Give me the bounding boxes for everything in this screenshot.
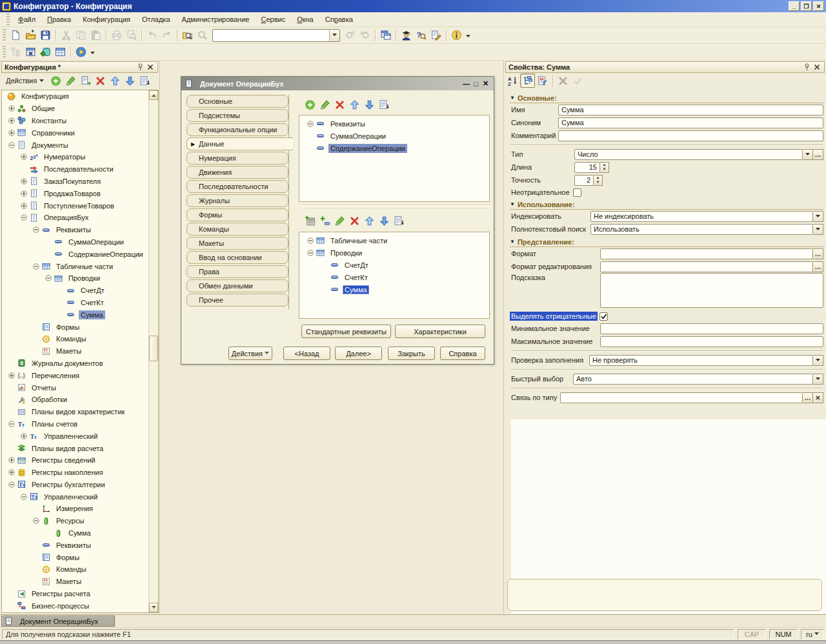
dropdown-icon[interactable]	[813, 224, 823, 235]
tab-команды[interactable]: Команды	[186, 223, 288, 236]
expander-icon[interactable]	[18, 154, 30, 160]
combo-dropdown-icon[interactable]	[329, 30, 339, 41]
tree-item[interactable]: TтУправленческий	[2, 430, 158, 442]
new-document-icon[interactable]	[8, 28, 23, 43]
property-value-field[interactable]	[600, 323, 823, 334]
property-value-field[interactable]: Использовать	[590, 224, 813, 235]
ellipsis-button[interactable]: …	[813, 248, 823, 259]
tab-журналы[interactable]: Журналы	[186, 194, 288, 207]
menu-item-файл[interactable]: Файл	[12, 14, 41, 25]
edit-icon[interactable]	[332, 214, 347, 228]
tree-item[interactable]: Регистры расчета	[2, 588, 158, 600]
close-config-icon[interactable]	[23, 45, 38, 59]
tree-item[interactable]: Реквизиты	[2, 539, 158, 551]
tree-item[interactable]: Реквизиты	[2, 224, 158, 236]
add-attr-icon[interactable]	[317, 214, 332, 228]
property-value-field[interactable]	[600, 261, 813, 272]
characteristics-button[interactable]: Характеристики	[395, 325, 485, 338]
clear-button[interactable]: ✕	[813, 392, 823, 403]
property-value-field[interactable]: Число	[574, 149, 803, 160]
tree-item[interactable]: TтУправленческий	[2, 490, 158, 503]
restore-button[interactable]: ❐	[801, 1, 812, 11]
checkbox[interactable]	[599, 312, 608, 321]
tree-item[interactable]: Обработки	[2, 394, 158, 406]
tree-item[interactable]: Документы	[2, 139, 158, 151]
close-button[interactable]: Закрыть	[388, 347, 435, 360]
dropdown-icon[interactable]	[813, 355, 823, 366]
scroll-up-icon[interactable]	[149, 90, 158, 100]
tree-item[interactable]: Формы	[2, 321, 158, 333]
document-window-titlebar[interactable]: Документ ОперацияБух — □ ✕	[181, 77, 494, 90]
actions-button[interactable]: Действия	[1, 75, 48, 86]
start-debug-icon[interactable]	[74, 45, 88, 59]
mdi-minimize-icon[interactable]: —	[461, 80, 471, 88]
tree-item[interactable]: Ресурсы	[2, 515, 158, 527]
menu-item-окна[interactable]: Окна	[291, 14, 319, 25]
close-button[interactable]: ✕	[813, 1, 824, 11]
menu-item-администрирование[interactable]: Администрирование	[176, 14, 256, 25]
property-value-field[interactable]: Не проверять	[589, 355, 813, 366]
dropdown-icon[interactable]	[803, 149, 813, 160]
expander-icon[interactable]	[6, 142, 17, 148]
ellipsis-button[interactable]: …	[803, 392, 813, 403]
sort-az-icon[interactable]: AZ	[505, 74, 520, 88]
expander-icon[interactable]	[305, 237, 316, 244]
tree-item[interactable]: Отчеты	[2, 381, 158, 394]
ellipsis-button[interactable]: …	[813, 261, 823, 272]
tree-item[interactable]: Планы видов расчета	[2, 442, 158, 454]
dropdown-icon[interactable]	[813, 211, 823, 222]
tree-item[interactable]: СчетДт	[299, 259, 489, 271]
tree-item[interactable]: Регистры накопления	[2, 467, 158, 479]
property-value-field[interactable]: 15	[574, 162, 600, 173]
property-value-field[interactable]	[558, 130, 823, 141]
scroll-down-icon[interactable]	[149, 603, 158, 612]
tree-item[interactable]: Сумма	[2, 527, 158, 539]
expander-icon[interactable]	[18, 178, 30, 185]
expander-icon[interactable]	[18, 433, 30, 439]
open-icon[interactable]	[23, 28, 38, 43]
spinner-icon[interactable]: ▲▼	[594, 175, 603, 186]
tree-item[interactable]: СуммаОперации	[2, 236, 158, 248]
move-down-icon[interactable]	[123, 74, 137, 88]
tab-нумерация[interactable]: Нумерация	[186, 152, 288, 165]
tab-основные[interactable]: Основные	[186, 95, 288, 108]
toolbar1-grip[interactable]	[3, 29, 6, 42]
search-input[interactable]	[213, 30, 329, 41]
expander-icon[interactable]	[30, 263, 42, 270]
menu-item-отладка[interactable]: Отладка	[136, 14, 176, 25]
panel-close-icon[interactable]	[145, 63, 155, 72]
expander-icon[interactable]	[6, 469, 17, 476]
tree-item[interactable]: 234Нумераторы	[2, 151, 158, 163]
checkbox[interactable]	[573, 188, 581, 197]
expander-icon[interactable]	[30, 226, 42, 233]
move-up-icon[interactable]	[362, 214, 377, 228]
minimize-button[interactable]: _	[789, 1, 800, 11]
help-button[interactable]: Справка	[440, 347, 485, 360]
actions-button[interactable]: Действия	[228, 347, 272, 360]
expander-icon[interactable]	[6, 481, 17, 488]
tree-item[interactable]: TтПланы счетов	[2, 418, 158, 430]
menu-item-справка[interactable]: Справка	[319, 14, 359, 25]
table-editor-icon[interactable]	[53, 45, 68, 59]
caret-down-icon[interactable]	[88, 45, 97, 59]
add-table-icon[interactable]	[303, 214, 317, 228]
tree-item[interactable]: Реквизиты	[299, 117, 489, 130]
update-db-icon[interactable]	[38, 45, 53, 59]
pin-icon[interactable]	[802, 63, 812, 72]
tab-формы[interactable]: Формы	[186, 208, 288, 221]
tree-item[interactable]: Конфигурация	[2, 90, 158, 103]
tree-item[interactable]: Планы видов характеристик	[2, 406, 158, 418]
delete-icon[interactable]	[347, 214, 362, 228]
expander-icon[interactable]	[6, 457, 17, 463]
tree-item[interactable]: Проводки	[299, 247, 489, 259]
add-copy-icon[interactable]	[78, 74, 93, 88]
syntax-check-icon[interactable]	[399, 28, 414, 43]
tab-подсистемы[interactable]: Подсистемы	[186, 109, 288, 122]
mdi-maximize-icon[interactable]: □	[471, 80, 481, 88]
tree-item[interactable]: Табличные части	[299, 234, 489, 247]
tree-item[interactable]: СодержаниеОперации	[2, 248, 158, 260]
tree-item[interactable]: Сумма	[2, 308, 158, 321]
tree-item[interactable]: Последовательности	[2, 163, 158, 176]
section-header[interactable]: ▼Представление:	[510, 237, 823, 247]
tree-item[interactable]: СчетКт	[2, 297, 158, 309]
